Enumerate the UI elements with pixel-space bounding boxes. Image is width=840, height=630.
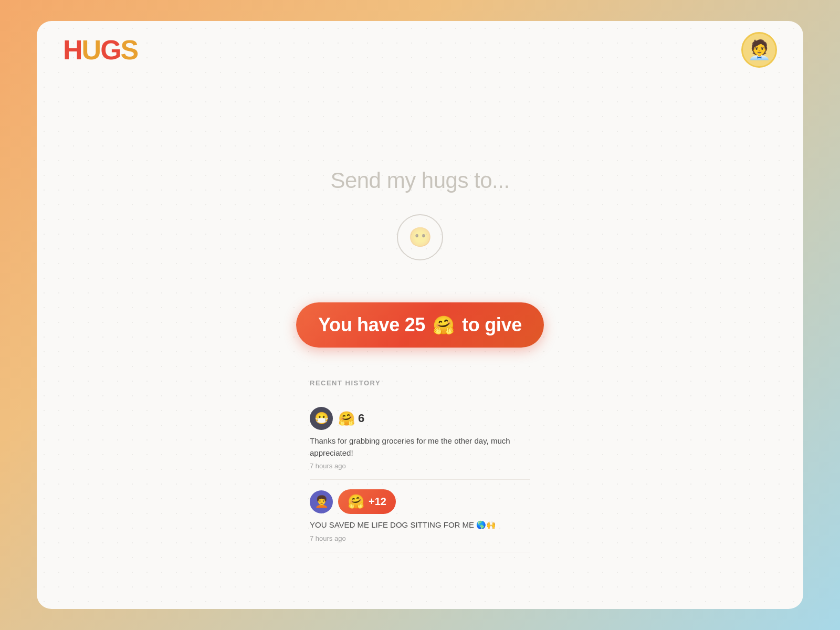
- logo-g: G: [100, 36, 120, 64]
- history-time: 7 hours ago: [310, 462, 530, 470]
- hug-badge: 🤗 6: [338, 411, 364, 427]
- history-message: Thanks for grabbing groceries for me the…: [310, 435, 530, 459]
- history-item: 🧑‍🦱 🤗 +12 YOU SAVED ME LIFE DOG SITTING …: [310, 480, 530, 552]
- hug-badge-count: 6: [358, 412, 364, 425]
- hug-count-pill[interactable]: You have 25 🤗 to give: [296, 302, 544, 348]
- history-item-top: 😷 🤗 6: [310, 407, 530, 430]
- hug-pill-suffix: to give: [462, 314, 522, 336]
- hug-badge-emoji: 🤗: [338, 411, 355, 427]
- history-item-top: 🧑‍🦱 🤗 +12: [310, 489, 530, 514]
- history-sender-avatar: 🧑‍🦱: [310, 490, 333, 513]
- recipient-selector[interactable]: 😶: [397, 214, 443, 260]
- user-avatar-emoji: 🧑‍💼: [748, 40, 771, 59]
- hug-pill-emoji: 🤗: [433, 316, 455, 334]
- header: H U G S 🧑‍💼: [37, 21, 803, 79]
- hug-badge-count: +12: [369, 496, 386, 508]
- recent-history: RECENT HISTORY 😷 🤗 6 Thanks for grabbing…: [310, 379, 530, 552]
- main-content: Send my hugs to... 😶 You have 25 🤗 to gi…: [37, 21, 803, 609]
- history-sender-avatar: 😷: [310, 407, 333, 430]
- logo-s: S: [121, 36, 138, 64]
- hug-pill-prefix: You have 25: [318, 314, 425, 336]
- history-sender-emoji: 🧑‍🦱: [314, 495, 329, 509]
- user-avatar[interactable]: 🧑‍💼: [741, 32, 777, 68]
- history-time: 7 hours ago: [310, 534, 530, 542]
- history-message: YOU SAVED ME LIFE DOG SITTING FOR ME 🌎🙌: [310, 519, 530, 531]
- history-sender-emoji: 😷: [314, 412, 329, 425]
- history-item: 😷 🤗 6 Thanks for grabbing groceries for …: [310, 397, 530, 480]
- logo-h: H: [63, 36, 82, 64]
- recipient-placeholder-icon: 😶: [408, 226, 432, 248]
- recent-history-label: RECENT HISTORY: [310, 379, 530, 387]
- hug-badge-pill: 🤗 +12: [338, 489, 396, 514]
- logo-u: U: [82, 36, 101, 64]
- hug-badge-emoji: 🤗: [348, 494, 364, 510]
- app-logo[interactable]: H U G S: [63, 36, 138, 64]
- send-label: Send my hugs to...: [330, 168, 509, 193]
- app-card: H U G S 🧑‍💼 Send my hugs to... 😶 You hav…: [37, 21, 803, 609]
